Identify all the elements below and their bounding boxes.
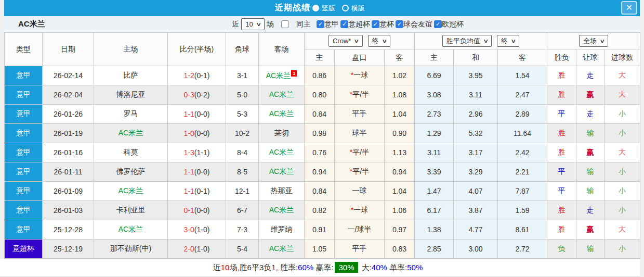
table-row: 意甲26-01-03卡利亚里0-1(0-0)6-7AC米兰0.82*一球1.06… <box>5 201 640 220</box>
home-team-name: AC米兰 <box>119 186 143 195</box>
team-name: AC米兰 <box>18 19 45 29</box>
same-home-label[interactable]: 同主 <box>296 20 311 29</box>
competition-checkbox[interactable]: ✓ <box>372 20 379 28</box>
avg-time-value: 终 <box>501 36 508 46</box>
competition-checkbox[interactable]: ✓ <box>396 20 403 28</box>
table-row: 意甲26-01-26罗马1-1(0-0)5-3AC米兰0.84平手1.042.7… <box>5 105 640 124</box>
table-header: 类型 日期 主场 比分(半场) 角球 客场 Crow* ∨ 终 ∨ <box>5 33 640 66</box>
star-marker: * <box>350 167 352 175</box>
wdl-result-cell: 胜 <box>547 66 576 85</box>
away-team-name: AC米兰 <box>269 244 294 253</box>
odds-source-select[interactable]: Crow* ∨ <box>328 35 363 47</box>
wdl-result-cell: 平 <box>547 182 576 201</box>
wdl-result-cell: 负 <box>547 240 576 259</box>
competition-checkbox-list: ✓意甲✓意超杯✓意杯✓球会友谊✓欧冠杯 <box>313 20 464 29</box>
table-row: 意甲26-01-19AC米兰1-0(0-0)10-2莱切0.98球半0.901.… <box>5 124 640 143</box>
summary-piece: 50% <box>407 263 423 272</box>
summary-piece: 10 <box>221 263 230 272</box>
halftime-score: (0-1) <box>194 187 210 195</box>
competition-checkbox[interactable]: ✓ <box>340 20 348 28</box>
score-cell: 1-0(0-0) <box>168 124 226 143</box>
unit-label: 场 <box>267 20 274 29</box>
wdl-result-cell: 胜 <box>547 220 576 240</box>
fulltime-score: 0-3 <box>184 91 194 99</box>
corner-cell: 5-4 <box>226 240 259 259</box>
goals-result-cell: 小 <box>604 201 640 220</box>
competition-label[interactable]: 欧冠杯 <box>442 20 464 29</box>
odds-away-cell: 0.90 <box>385 124 415 143</box>
radio-horizontal[interactable] <box>342 5 349 11</box>
away-team-cell: AC米兰1 <box>259 66 305 85</box>
league-badge: 意甲 <box>5 105 43 124</box>
filter-controls: 近 10 ∨ 场 同主 ✓意甲✓意超杯✓意杯✓球会友谊✓欧冠杯 <box>232 18 464 30</box>
date-cell: 26-01-26 <box>43 105 94 124</box>
wdl-result-cell: 胜 <box>547 201 576 220</box>
close-button[interactable]: ✕ <box>621 1 637 15</box>
date-cell: 26-01-03 <box>43 201 94 220</box>
competition-label[interactable]: 意杯 <box>379 20 394 29</box>
recent-count-select[interactable]: 10 ∨ <box>241 18 265 30</box>
radio-vertical-label[interactable]: 竖版 <box>322 4 335 13</box>
avg-time-select[interactable]: 终 ∨ <box>497 35 519 47</box>
avg-away-cell: 1.59 <box>498 201 547 220</box>
away-team-cell: AC米兰 <box>259 105 305 124</box>
avg-away-cell: 2.47 <box>498 85 547 105</box>
avg-home-cell: 2.85 <box>415 240 454 259</box>
score-cell: 1-1(0-0) <box>168 162 226 182</box>
odds-away-cell: 1.13 <box>385 143 415 162</box>
header-score: 比分(半场) <box>168 33 226 66</box>
star-marker: * <box>351 206 353 214</box>
avg-draw-cell: 3.87 <box>454 201 498 220</box>
same-home-checkbox[interactable] <box>281 20 289 28</box>
odds-away-cell: 0.83 <box>385 240 415 259</box>
chevron-down-icon: ∨ <box>354 38 360 44</box>
odds-home-cell: 0.84 <box>305 182 335 201</box>
radio-horizontal-label[interactable]: 横版 <box>351 4 365 13</box>
away-team-name: 莱切 <box>274 129 289 137</box>
halftime-score: (0-2) <box>194 91 210 99</box>
subheader-avg-draw: 和 <box>454 49 498 66</box>
halftime-score: (0-0) <box>194 129 210 137</box>
odds-home-cell: 0.82 <box>305 201 335 220</box>
competition-checkbox[interactable]: ✓ <box>317 20 324 28</box>
star-marker: * <box>350 148 352 156</box>
handicap-result-cell: 走 <box>576 105 604 124</box>
wdl-result-cell: 平 <box>547 162 576 182</box>
odds-time-select[interactable]: 终 ∨ <box>368 35 390 47</box>
halftime-score: (0-0) <box>194 110 210 118</box>
avg-draw-cell: 3.29 <box>454 162 498 182</box>
star-marker: * <box>351 71 353 79</box>
avg-draw-cell: 2.96 <box>454 105 498 124</box>
page-title: 近期战绩 <box>275 3 310 14</box>
radio-vertical-selected[interactable] <box>312 5 319 11</box>
competition-label[interactable]: 意甲 <box>324 20 339 29</box>
avg-away-cell: 2.89 <box>498 105 547 124</box>
halftime-score: (1-1) <box>194 148 210 157</box>
summary-piece: 60% <box>298 263 313 272</box>
away-team-name: AC米兰 <box>269 148 294 156</box>
corner-cell: 12-1 <box>226 182 259 201</box>
avg-home-cell: 6.17 <box>415 201 454 220</box>
home-team-name: 那不勒斯(中) <box>110 244 151 253</box>
avg-odds-select[interactable]: 胜平负均值 ∨ <box>442 35 492 47</box>
competition-label[interactable]: 球会友谊 <box>403 20 432 29</box>
league-badge: 意甲 <box>5 182 43 201</box>
wdl-result-cell: 平 <box>547 105 576 124</box>
avg-odds-value: 胜平负均值 <box>446 36 480 46</box>
home-team-cell: 那不勒斯(中) <box>94 240 168 259</box>
handicap-result-cell: 赢 <box>576 220 604 240</box>
table-row: 意超杯25-12-19那不勒斯(中)2-0(1-0)5-4AC米兰1.05平手0… <box>5 240 640 259</box>
scope-select[interactable]: 全场 ∨ <box>579 35 608 47</box>
subheader-odds-home: 主 <box>305 49 335 66</box>
odds-away-cell: 1.04 <box>385 182 415 201</box>
header-date: 日期 <box>43 33 94 66</box>
handicap-cell: 平手 <box>335 105 385 124</box>
summary-piece: 40% <box>372 263 387 272</box>
corner-cell: 8-4 <box>226 143 259 162</box>
competition-checkbox[interactable]: ✓ <box>434 20 442 28</box>
corner-cell: 6-7 <box>226 201 259 220</box>
competition-label[interactable]: 意超杯 <box>348 20 370 29</box>
odds-source-value: Crow* <box>333 37 351 45</box>
goals-result-cell: 大 <box>604 143 640 162</box>
table-row: 意甲26-02-14比萨1-2(0-1)3-1AC米兰10.86*一球1.026… <box>5 66 640 85</box>
